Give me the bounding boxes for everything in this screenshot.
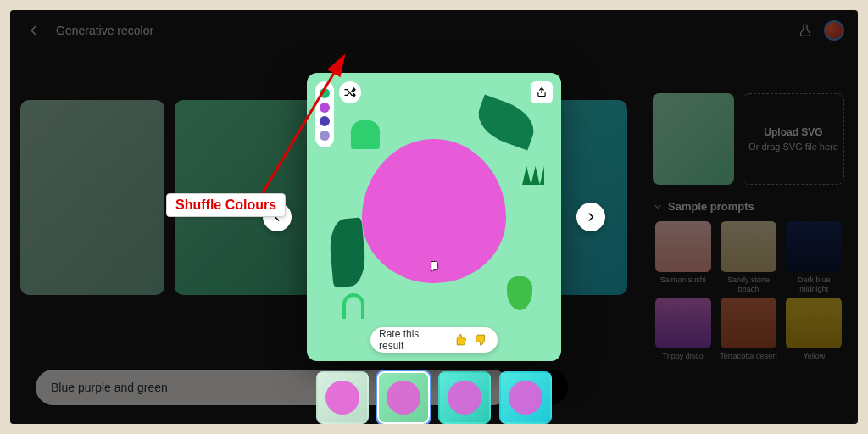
result-card: Rate this result xyxy=(307,73,561,361)
variant-card[interactable] xyxy=(20,100,164,295)
next-button[interactable] xyxy=(576,203,605,231)
chevron-right-icon xyxy=(585,211,597,223)
cursor-icon xyxy=(426,259,442,280)
shuffle-button[interactable] xyxy=(339,81,361,103)
variant-thumb-selected[interactable] xyxy=(377,371,430,424)
swatch xyxy=(320,103,330,113)
variant-thumb[interactable] xyxy=(316,371,369,424)
sample-item[interactable]: Sandy stone beach xyxy=(718,221,778,292)
upload-title: Upload SVG xyxy=(764,126,822,138)
rate-bar: Rate this result xyxy=(370,327,498,353)
variant-thumbnails xyxy=(316,371,552,424)
artwork-arch xyxy=(342,293,364,319)
color-palette[interactable] xyxy=(315,81,334,147)
share-button[interactable] xyxy=(531,81,553,103)
sample-item[interactable]: Salmon sushi xyxy=(653,221,713,292)
annotation-label: Shuffle Colours xyxy=(166,193,286,217)
back-button[interactable] xyxy=(24,20,44,41)
swatch xyxy=(320,116,330,126)
share-icon xyxy=(536,86,548,98)
variant-thumb[interactable] xyxy=(499,371,552,424)
rate-label: Rate this result xyxy=(379,328,446,352)
chevron-down-icon xyxy=(653,202,663,212)
thumbs-down-button[interactable] xyxy=(474,332,489,348)
header: Generative recolor xyxy=(10,10,858,51)
chevron-left-icon xyxy=(28,25,40,36)
variant-thumb[interactable] xyxy=(438,371,491,424)
sample-item[interactable]: Yellow xyxy=(784,298,844,369)
result-modal: Rate this result xyxy=(307,73,561,361)
sample-prompts-toggle[interactable]: Sample prompts xyxy=(653,200,844,213)
shuffle-icon xyxy=(343,86,357,99)
upload-preview xyxy=(653,93,734,185)
artwork-plant xyxy=(522,166,544,185)
page-title: Generative recolor xyxy=(56,24,153,37)
upload-dropzone[interactable]: Upload SVG Or drag SVG file here xyxy=(743,93,844,185)
avatar[interactable] xyxy=(824,20,844,41)
upload-hint: Or drag SVG file here xyxy=(748,142,838,152)
sample-prompts-heading: Sample prompts xyxy=(668,200,754,213)
sample-item[interactable]: Terracotta desert xyxy=(718,298,778,369)
labs-icon[interactable] xyxy=(798,24,812,37)
swatch xyxy=(320,88,330,98)
artwork-pear xyxy=(507,276,532,310)
sample-item[interactable]: Dark blue midnight xyxy=(784,221,844,292)
swatch xyxy=(320,131,330,141)
thumbs-up-button[interactable] xyxy=(453,332,468,348)
sample-item[interactable]: Trippy disco xyxy=(653,298,713,369)
